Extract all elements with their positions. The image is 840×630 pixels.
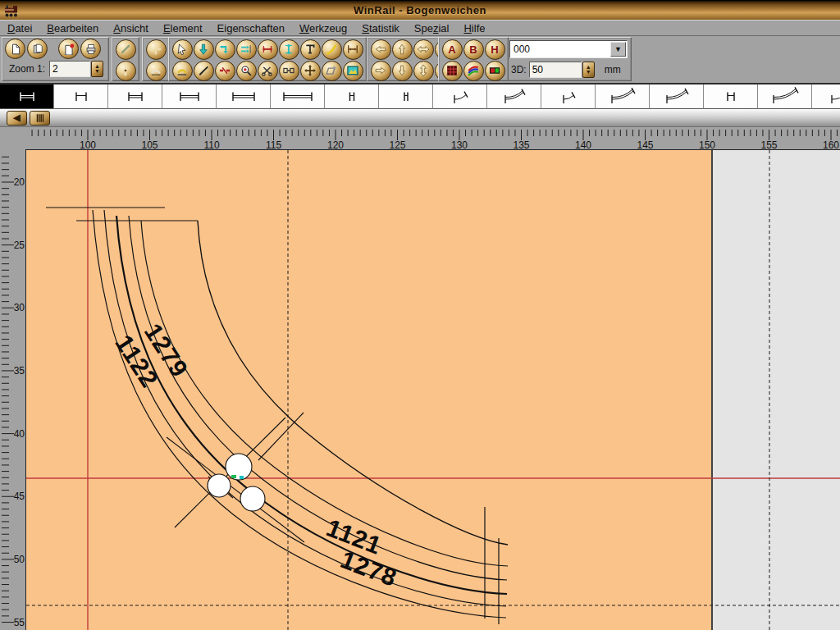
- track-symbol: [171, 87, 208, 107]
- palette-cell-2[interactable]: [108, 84, 162, 109]
- print-button[interactable]: [80, 39, 101, 59]
- save-document-button[interactable]: [58, 39, 79, 59]
- palette-library-button[interactable]: [30, 111, 50, 126]
- align-track-button[interactable]: [236, 39, 257, 60]
- move-up-button[interactable]: [392, 39, 413, 60]
- grid-toggle-button[interactable]: [442, 61, 463, 81]
- move-left-button[interactable]: [371, 39, 391, 60]
- palette-cell-0-selected[interactable]: [0, 84, 54, 109]
- disconnect-track-button[interactable]: [215, 61, 235, 81]
- move-horizontal-button[interactable]: [413, 39, 434, 60]
- layer-combo[interactable]: 000 ▼: [509, 40, 628, 58]
- zoom-in-tool-button[interactable]: [236, 61, 257, 81]
- curve-icon: [326, 43, 337, 55]
- menu-item-spezial[interactable]: Spezial: [407, 21, 457, 35]
- flip-arc-button[interactable]: [172, 61, 193, 81]
- locomotive-icon: [3, 4, 20, 17]
- move-down-button[interactable]: [392, 61, 413, 81]
- palette-cell-13[interactable]: [704, 84, 758, 109]
- select-tool-button[interactable]: [172, 39, 193, 60]
- skew-tool-button[interactable]: [322, 61, 342, 81]
- menu-item-statistik[interactable]: Statistik: [354, 21, 407, 35]
- svg-text:25: 25: [14, 240, 25, 251]
- track-symbol: [496, 87, 532, 107]
- menu-item-hilfe[interactable]: Hilfe: [456, 21, 492, 35]
- menu-item-ansicht[interactable]: Ansicht: [106, 21, 156, 35]
- new-document-button[interactable]: [5, 39, 25, 59]
- chevron-down-icon[interactable]: ▼: [610, 42, 626, 57]
- colorbox-icon: [489, 65, 500, 76]
- palette-cell-15[interactable]: [812, 84, 840, 109]
- horizontal-ruler: 100105110115120125130135140145150155160: [0, 127, 840, 149]
- palette-cell-6[interactable]: [325, 84, 379, 109]
- connect-track-button[interactable]: [215, 39, 235, 60]
- letter-a-icon: A: [448, 44, 455, 55]
- menu-item-bearbeiten[interactable]: Bearbeiten: [39, 21, 106, 35]
- palette-cell-7[interactable]: [379, 84, 433, 109]
- menu-item-element[interactable]: Element: [156, 21, 210, 35]
- palette-cell-3[interactable]: [162, 84, 217, 109]
- arc-view-button[interactable]: [146, 61, 167, 81]
- stretch-v-icon: [283, 43, 294, 55]
- winrail-window: WinRail - Bogenweichen DateiBearbeitenAn…: [0, 0, 840, 630]
- cut-track-button[interactable]: [258, 61, 278, 81]
- palette-cell-10[interactable]: [541, 84, 596, 109]
- stretch-horizontal-button[interactable]: [258, 39, 278, 60]
- text-tool-button[interactable]: [300, 39, 321, 60]
- layer-colors-button[interactable]: [463, 61, 484, 81]
- menu-item-werkzeug[interactable]: Werkzeug: [292, 21, 354, 35]
- palette-cell-14[interactable]: [758, 84, 812, 109]
- zoom-input[interactable]: [49, 61, 90, 77]
- draw-curve-button[interactable]: [322, 39, 342, 60]
- move-right-button[interactable]: [371, 61, 391, 81]
- threed-input[interactable]: [529, 62, 582, 78]
- page-new-icon: [10, 43, 21, 55]
- chevron-left-icon: ◀: [13, 112, 20, 123]
- pages-open-icon: [32, 43, 43, 55]
- color-mode-button[interactable]: [485, 61, 505, 81]
- move-tool-button[interactable]: [300, 61, 321, 81]
- stretch-vertical-button[interactable]: [279, 39, 299, 60]
- join-track-button[interactable]: [279, 61, 299, 81]
- track-symbol: [280, 87, 316, 107]
- view-b-button[interactable]: B: [463, 39, 484, 60]
- svg-text:35: 35: [14, 365, 25, 377]
- vruler-ticks: 2025303540455055: [0, 149, 25, 630]
- svg-text:135: 135: [513, 139, 529, 149]
- palette-cell-4[interactable]: [217, 84, 271, 109]
- palette-cell-1[interactable]: [54, 84, 108, 109]
- palette-cell-9[interactable]: [487, 84, 541, 109]
- measure-distance-button[interactable]: [116, 61, 136, 81]
- draw-line-button[interactable]: [194, 61, 214, 81]
- title-bar: WinRail - Bogenweichen: [0, 0, 840, 20]
- svg-text:115: 115: [266, 139, 281, 149]
- zoom-spinner[interactable]: ▲▼: [91, 61, 103, 77]
- palette-cell-5[interactable]: [271, 84, 325, 109]
- palette-cell-11[interactable]: [596, 84, 650, 109]
- view-h-button[interactable]: H: [485, 39, 505, 60]
- menu-item-datei[interactable]: Datei: [0, 21, 39, 35]
- zoom-control: Zoom 1: ▲▼: [2, 61, 108, 77]
- bars-icon: [34, 112, 46, 124]
- view-a-button[interactable]: A: [442, 39, 463, 60]
- corner-route-icon: [219, 43, 231, 55]
- measure-line-button[interactable]: [116, 39, 136, 60]
- palette-cell-12[interactable]: [650, 84, 704, 109]
- arc-soft-icon: [150, 65, 162, 76]
- fit-view-button[interactable]: [146, 39, 167, 60]
- move-vertical-button[interactable]: [413, 61, 434, 81]
- background-image-button[interactable]: [343, 61, 363, 81]
- open-document-button[interactable]: [27, 39, 48, 59]
- palette-scroll-left-button[interactable]: ◀: [7, 111, 27, 126]
- palette-cell-8[interactable]: [433, 84, 487, 109]
- insert-track-button[interactable]: [194, 39, 214, 60]
- track-symbol: [659, 87, 695, 107]
- threed-label: 3D:: [511, 64, 527, 75]
- text-icon: [304, 43, 316, 55]
- menu-item-eigenschaften[interactable]: Eigenschaften: [210, 21, 292, 35]
- threed-spinner[interactable]: ▲▼: [582, 62, 595, 78]
- layout-canvas[interactable]: 1279112211211278: [25, 149, 840, 630]
- span-measure-button[interactable]: [343, 39, 363, 60]
- arrow-down-cream-icon: [396, 65, 408, 76]
- fit-icon: [150, 43, 162, 55]
